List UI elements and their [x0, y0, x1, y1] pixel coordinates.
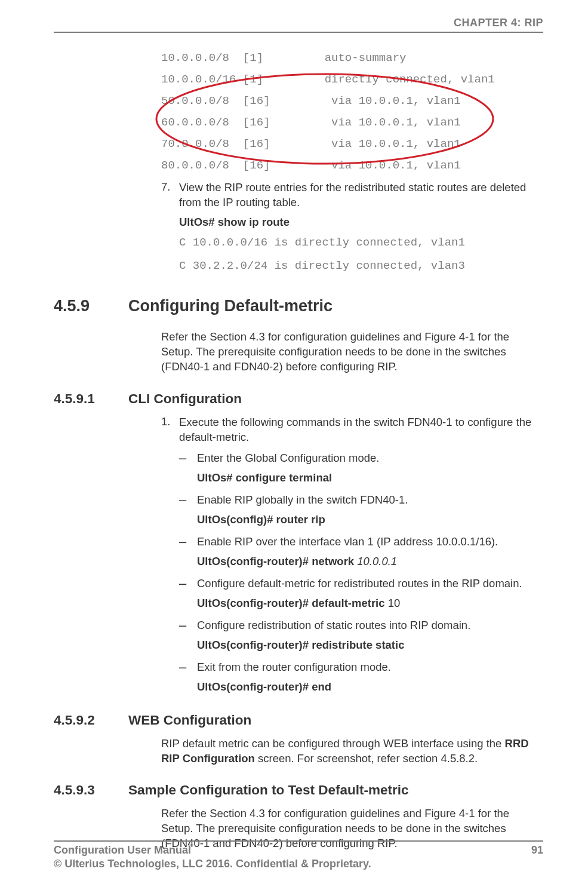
chapter-header: CHAPTER 4: RIP: [54, 17, 543, 33]
heading-title: Sample Configuration to Test Default-met…: [128, 782, 409, 798]
substep: –Enable RIP globally in the switch FDN40…: [179, 493, 543, 529]
heading-number: 4.5.9.3: [54, 782, 128, 798]
page: CHAPTER 4: RIP 10.0.0.0/8 [1] auto-summa…: [0, 0, 588, 893]
substep: –Exit from the router configuration mode…: [179, 660, 543, 696]
substep-desc: Enter the Global Configuration mode.: [197, 451, 543, 466]
substep-desc: Exit from the router configuration mode.: [197, 660, 543, 675]
substep-desc: Enable RIP globally in the switch FDN40-…: [197, 493, 543, 508]
step-number: 7.: [161, 180, 179, 276]
heading-4-5-9-1: 4.5.9.1 CLI Configuration: [54, 391, 543, 407]
substep: –Configure default-metric for redistribu…: [179, 576, 543, 612]
substep-desc: Configure default-metric for redistribut…: [197, 576, 543, 591]
cli-command: UltOs(config-router)# redistribute stati…: [197, 638, 543, 653]
step-text: View the RIP route entries for the redis…: [179, 180, 543, 210]
cli-command: UltOs(config-router)# end: [197, 680, 543, 695]
cli-output: C 10.0.0.0/16 is directly connected, vla…: [179, 233, 543, 252]
heading-number: 4.5.9.2: [54, 713, 128, 728]
heading-title: CLI Configuration: [128, 391, 242, 407]
cli-command: UltOs(config)# router rip: [197, 513, 543, 527]
dash-bullet: –: [179, 493, 197, 529]
heading-title: Configuring Default-metric: [128, 297, 333, 315]
substep: –Enable RIP over the interface vlan 1 (I…: [179, 535, 543, 570]
cli-command: UltOs(config-router)# default-metric 10: [197, 596, 543, 611]
dash-bullet: –: [179, 576, 197, 612]
cli-config-steps: 1. Execute the following commands in the…: [161, 415, 543, 696]
heading-4-5-9-2: 4.5.9.2 WEB Configuration: [54, 713, 543, 728]
heading-4-5-9: 4.5.9 Configuring Default-metric: [54, 297, 543, 315]
heading-number: 4.5.9.1: [54, 391, 128, 407]
substep: –Configure redistribution of static rout…: [179, 618, 543, 654]
heading-title: WEB Configuration: [128, 713, 251, 728]
footer-copyright: © Ulterius Technologies, LLC 2016. Confi…: [54, 858, 543, 870]
substep-desc: Enable RIP over the interface vlan 1 (IP…: [197, 535, 543, 550]
cli-output: C 30.2.2.0/24 is directly connected, vla…: [179, 256, 543, 275]
substep: –Enter the Global Configuration mode.Ult…: [179, 451, 543, 487]
heading-number: 4.5.9: [54, 297, 128, 315]
cli-command: UltOs# configure terminal: [197, 471, 543, 486]
dash-bullet: –: [179, 535, 197, 570]
routing-output: 10.0.0.0/8 [1] auto-summary 10.0.0.0/16 …: [161, 47, 543, 177]
dash-bullet: –: [179, 451, 197, 487]
substep-desc: Configure redistribution of static route…: [197, 618, 543, 633]
step-text: Execute the following commands in the sw…: [179, 415, 543, 445]
web-config-text: RIP default metric can be configured thr…: [161, 737, 543, 766]
dash-bullet: –: [179, 618, 197, 654]
heading-4-5-9-3: 4.5.9.3 Sample Configuration to Test Def…: [54, 782, 543, 798]
cli-command: UltOs# show ip route: [179, 215, 543, 230]
step-number: 1.: [161, 415, 179, 696]
dash-bullet: –: [179, 660, 197, 696]
page-number: 91: [531, 844, 543, 857]
page-footer: Configuration User Manual 91 © Ulterius …: [54, 840, 543, 870]
cli-command: UltOs(config-router)# network 10.0.0.1: [197, 554, 543, 569]
section-intro: Refer the Section 4.3 for configuration …: [161, 330, 543, 375]
footer-doc-title: Configuration User Manual: [54, 844, 191, 857]
step-7: 7. View the RIP route entries for the re…: [161, 180, 543, 276]
